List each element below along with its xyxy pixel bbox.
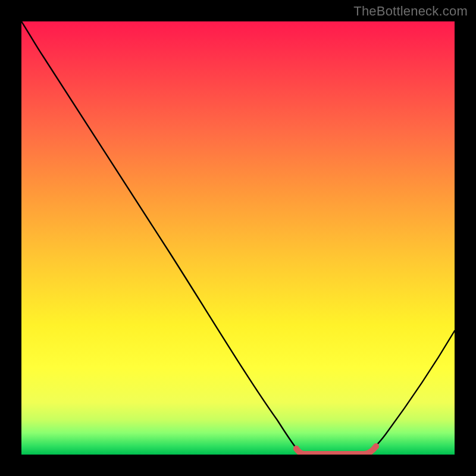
curve-path xyxy=(21,21,455,453)
highlight-endpoint-right xyxy=(373,443,379,449)
plot-area xyxy=(21,21,455,455)
watermark-text: TheBottleneck.com xyxy=(353,4,468,19)
chart-frame: TheBottleneck.com xyxy=(0,0,476,476)
bottleneck-curve xyxy=(21,21,455,455)
highlight-band xyxy=(296,446,376,454)
highlight-endpoint-left xyxy=(293,446,299,452)
